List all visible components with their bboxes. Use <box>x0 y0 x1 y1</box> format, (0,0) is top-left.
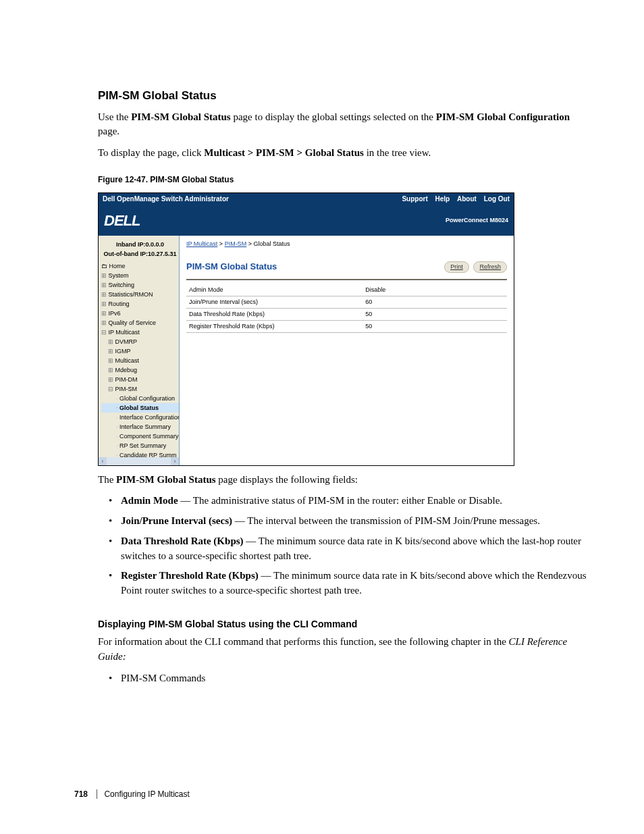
fields-intro: The PIM-SM Global Status page displays t… <box>98 473 587 488</box>
titlebar-links: Support Help About Log Out <box>396 194 510 205</box>
link-support[interactable]: Support <box>402 195 427 203</box>
intro-paragraph: Use the PIM-SM Global Status page to dis… <box>98 110 587 140</box>
nav-switching[interactable]: Switching <box>101 280 179 290</box>
crumb-ipmulticast[interactable]: IP Multicast <box>186 240 217 247</box>
cell-value: 50 <box>363 308 507 320</box>
ip-info: Inband IP:0.0.0.0 Out-of-band IP:10.27.5… <box>101 238 179 261</box>
nav-multicast[interactable]: Multicast <box>101 356 179 365</box>
nav-component-summary[interactable]: Component Summary <box>101 432 179 441</box>
dell-logo: DELL <box>104 210 140 232</box>
cli-list: PIM-SM Commands <box>98 671 587 686</box>
page-footer: 718 Configuring IP Multicast <box>74 789 196 800</box>
breadcrumb: IP Multicast > PIM-SM > Global Status <box>186 240 507 249</box>
cell-label: Register Threshold Rate (Kbps) <box>186 320 363 332</box>
field-term: Admin Mode <box>121 495 178 506</box>
nav-ipmulticast[interactable]: IP Multicast <box>101 328 179 337</box>
nav-system[interactable]: System <box>101 271 179 280</box>
text: Use the <box>98 111 131 122</box>
page-title: PIM-SM Global Status <box>186 261 277 273</box>
divider <box>186 279 507 280</box>
list-item: Register Threshold Rate (Kbps) — The min… <box>98 569 587 598</box>
text-bold: PIM-SM Global Status <box>116 474 216 485</box>
text: page displays the following fields: <box>216 474 358 485</box>
list-item: Data Threshold Rate (Kbps) — The minimum… <box>98 534 587 564</box>
nav-dvmrp[interactable]: DVMRP <box>101 337 179 346</box>
nav-rpset-summary[interactable]: RP Set Summary <box>101 441 179 450</box>
fields-list: Admin Mode — The administrative status o… <box>98 494 587 598</box>
text: page. <box>98 126 119 136</box>
refresh-button[interactable]: Refresh <box>473 261 507 273</box>
nav-routing[interactable]: Routing <box>101 299 179 309</box>
nav-mdebug[interactable]: Mdebug <box>101 365 179 375</box>
footer-chapter: Configuring IP Multicast <box>97 789 190 799</box>
field-term: Data Threshold Rate (Kbps) <box>121 536 244 546</box>
cli-heading: Displaying PIM-SM Global Status using th… <box>98 617 587 631</box>
nav-pimdm[interactable]: PIM-DM <box>101 375 179 384</box>
nav-global-status[interactable]: Global Status <box>101 403 179 413</box>
cell-value: 60 <box>363 296 507 308</box>
field-term: Register Threshold Rate (Kbps) <box>121 570 259 581</box>
link-about[interactable]: About <box>457 195 477 203</box>
table-row: Join/Prune Interval (secs)60 <box>186 296 507 308</box>
nav-paragraph: To display the page, click Multicast > P… <box>98 146 587 161</box>
nav-interface-config[interactable]: Interface Configuration <box>101 413 179 422</box>
cell-label: Join/Prune Interval (secs) <box>186 296 363 308</box>
table-row: Admin ModeDisable <box>186 284 507 296</box>
window-title: Dell OpenManage Switch Administrator <box>103 194 229 205</box>
cell-label: Data Threshold Rate (Kbps) <box>186 308 363 320</box>
field-desc: — The interval between the transmission … <box>232 515 540 526</box>
list-item: Admin Mode — The administrative status o… <box>98 494 587 509</box>
nav-scrollbar[interactable]: ‹ › <box>99 457 179 465</box>
list-item: PIM-SM Commands <box>98 671 587 686</box>
nav-stats[interactable]: Statistics/RMON <box>101 290 179 299</box>
page-number: 718 <box>74 789 88 799</box>
text: For information about the CLI command th… <box>98 636 509 647</box>
section-heading: PIM-SM Global Status <box>98 88 587 105</box>
table-row: Register Threshold Rate (Kbps)50 <box>186 320 507 332</box>
text: The <box>98 474 116 485</box>
nav-qos[interactable]: Quality of Service <box>101 318 179 328</box>
crumb-pimsm[interactable]: PIM-SM <box>225 240 247 247</box>
link-logout[interactable]: Log Out <box>484 195 510 203</box>
content-pane: IP Multicast > PIM-SM > Global Status PI… <box>180 236 514 465</box>
nav-home[interactable]: Home <box>101 261 179 271</box>
text: in the tree view. <box>364 147 431 158</box>
breadcrumb-path: Multicast > PIM-SM > Global Status <box>204 147 364 158</box>
nav-ipv6[interactable]: IPv6 <box>101 309 179 318</box>
outofband-ip: Out-of-band IP:10.27.5.31 <box>101 249 179 259</box>
link-help[interactable]: Help <box>435 195 450 203</box>
text: To display the page, click <box>98 147 204 158</box>
field-desc: — The administrative status of PIM-SM in… <box>178 495 502 506</box>
table-row: Data Threshold Rate (Kbps)50 <box>186 308 507 320</box>
print-button[interactable]: Print <box>444 261 469 273</box>
inband-ip: Inband IP:0.0.0.0 <box>101 240 179 249</box>
text: page to display the global settings sele… <box>231 111 436 122</box>
figure-caption: Figure 12-47. PIM-SM Global Status <box>98 174 587 186</box>
scroll-left-icon[interactable]: ‹ <box>99 457 107 465</box>
nav-interface-summary[interactable]: Interface Summary <box>101 422 179 432</box>
nav-global-config[interactable]: Global Configuration <box>101 394 179 403</box>
nav-igmp[interactable]: IGMP <box>101 346 179 356</box>
cell-value: Disable <box>363 284 507 296</box>
product-name: PowerConnect M8024 <box>446 216 508 225</box>
cell-label: Admin Mode <box>186 284 363 296</box>
status-table: Admin ModeDisable Join/Prune Interval (s… <box>186 284 507 333</box>
text-bold: PIM-SM Global Configuration <box>436 111 570 122</box>
crumb-current: Global Status <box>253 240 290 247</box>
list-item: Join/Prune Interval (secs) — The interva… <box>98 514 587 529</box>
brand-bar: DELL PowerConnect M8024 <box>99 206 514 236</box>
cli-paragraph: For information about the CLI command th… <box>98 635 587 664</box>
nav-tree[interactable]: Inband IP:0.0.0.0 Out-of-band IP:10.27.5… <box>99 236 180 465</box>
scroll-right-icon[interactable]: › <box>171 457 179 465</box>
figure-screenshot: Dell OpenManage Switch Administrator Sup… <box>98 192 514 465</box>
cell-value: 50 <box>363 320 507 332</box>
window-titlebar: Dell OpenManage Switch Administrator Sup… <box>99 193 514 206</box>
text-bold: PIM-SM Global Status <box>131 111 231 122</box>
nav-pimsm[interactable]: PIM-SM <box>101 384 179 394</box>
field-term: Join/Prune Interval (secs) <box>121 515 232 526</box>
